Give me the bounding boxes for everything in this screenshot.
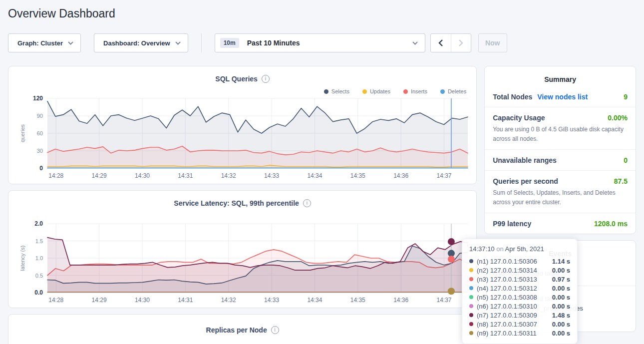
tooltip-time: 14:37:10 — [469, 245, 495, 253]
time-range-picker[interactable]: 10m Past 10 Minutes — [215, 33, 425, 52]
time-step-forward-button[interactable] — [451, 34, 471, 52]
page-title: Overview Dashboard — [8, 7, 644, 20]
summary-row: Queries per second87.5Sum of Selects, Up… — [485, 170, 636, 213]
tooltip-node-label: (n8) 127.0.0.1:50307 — [477, 321, 537, 328]
legend-item-inserts[interactable]: Inserts — [403, 88, 427, 94]
summary-metric-label: Queries per second — [493, 177, 558, 185]
svg-text:14:35: 14:35 — [350, 297, 365, 304]
chevron-down-icon — [68, 41, 73, 45]
sql-queries-legend: SelectsUpdatesInsertsDeletes — [324, 88, 466, 94]
svg-text:14:32: 14:32 — [221, 172, 236, 179]
view-nodes-list-link[interactable]: View nodes list — [537, 93, 588, 101]
now-button[interactable]: Now — [478, 33, 507, 52]
service-latency-chart[interactable]: 0.00.51.01.52.0latency (s)14:2814:2914:3… — [16, 221, 473, 306]
svg-text:14:37: 14:37 — [436, 297, 451, 304]
svg-text:0.0: 0.0 — [34, 289, 43, 296]
svg-text:14:28: 14:28 — [48, 297, 63, 304]
node-series-dot-icon — [469, 259, 473, 263]
node-series-dot-icon — [469, 322, 473, 326]
summary-row: Capacity Usage0.00%You are using 0 B of … — [485, 107, 636, 149]
updates-series-dot-icon — [362, 89, 367, 94]
tooltip-node-value: 0.00 s — [552, 294, 570, 301]
svg-text:0.5: 0.5 — [35, 273, 43, 279]
summary-metric-value: 9 — [624, 93, 628, 101]
summary-metric-label: Total Nodes — [493, 93, 532, 101]
tooltip-node-row: (n6) 127.0.0.1:503100.00 s — [469, 302, 570, 311]
tooltip-node-label: (n4) 127.0.0.1:50312 — [477, 285, 537, 292]
node-series-dot-icon — [469, 295, 473, 299]
svg-text:120: 120 — [33, 95, 43, 102]
dashboard-select-dropdown[interactable]: Dashboard: Overview — [94, 33, 188, 52]
tooltip-on-word: on — [496, 245, 503, 253]
sql-queries-chart[interactable]: 0306090120queries14:2814:2914:3014:3114:… — [16, 95, 473, 181]
svg-text:14:31: 14:31 — [178, 172, 193, 179]
info-icon[interactable]: i — [303, 199, 311, 207]
selects-series-dot-icon — [324, 89, 328, 94]
node-series-dot-icon — [469, 313, 473, 317]
node-series-dot-icon — [469, 331, 473, 335]
summary-metric-value: 0.00% — [608, 114, 628, 122]
tooltip-node-value: 1.14 s — [552, 258, 570, 265]
replicas-per-node-chart-panel: Replicas per Node i — [8, 314, 477, 344]
summary-rows: Total NodesView nodes list9Capacity Usag… — [485, 86, 636, 234]
node-series-dot-icon — [469, 277, 473, 281]
svg-text:14:35: 14:35 — [350, 172, 365, 179]
legend-item-selects[interactable]: Selects — [324, 88, 349, 94]
legend-label: Selects — [331, 88, 349, 94]
summary-metric-description: Sum of Selects, Updates, Inserts, and De… — [493, 188, 628, 207]
svg-text:90: 90 — [37, 113, 43, 119]
tooltip-node-label: (n1) 127.0.0.1:50306 — [477, 258, 537, 265]
info-icon[interactable]: i — [271, 326, 279, 334]
tooltip-node-value: 0.97 s — [552, 276, 570, 283]
svg-text:14:34: 14:34 — [307, 172, 322, 179]
summary-metric-value: 0 — [624, 156, 628, 164]
tooltip-node-row: (n3) 127.0.0.1:503130.97 s — [469, 275, 570, 284]
legend-label: Deletes — [448, 88, 466, 94]
svg-text:2.0: 2.0 — [34, 221, 43, 227]
svg-text:14:33: 14:33 — [264, 297, 279, 304]
graph-scope-label: Graph: Cluster — [17, 39, 63, 47]
time-step-back-button[interactable] — [431, 34, 451, 52]
svg-text:0: 0 — [39, 165, 43, 172]
tooltip-node-value: 0.00 s — [552, 267, 570, 274]
overview-dashboard-page: Overview Dashboard Graph: Cluster Dashbo… — [0, 7, 644, 344]
legend-label: Inserts — [411, 88, 427, 94]
service-latency-chart-panel: Service Latency: SQL, 99th percentile i … — [8, 190, 477, 308]
node-series-dot-icon — [469, 304, 473, 308]
summary-metric-label: Unavailable ranges — [493, 156, 557, 164]
summary-title: Summary — [485, 66, 636, 86]
legend-label: Updates — [370, 88, 390, 94]
chart-tooltip: 14:37:10 on Apr 5th, 2021 (n1) 127.0.0.1… — [462, 239, 578, 344]
svg-text:14:29: 14:29 — [92, 297, 107, 304]
svg-text:14:33: 14:33 — [264, 172, 279, 179]
replicas-chart-title: Replicas per Node — [206, 326, 267, 334]
svg-text:queries: queries — [19, 124, 25, 142]
sql-queries-chart-panel: SQL Queries i SelectsUpdatesInsertsDelet… — [8, 66, 477, 184]
charts-column: SQL Queries i SelectsUpdatesInsertsDelet… — [8, 66, 477, 344]
chevron-left-icon — [438, 39, 443, 46]
tooltip-node-row: (n7) 127.0.0.1:503091.48 s — [469, 311, 570, 320]
summary-metric-label: Capacity Usage — [493, 114, 545, 122]
svg-text:60: 60 — [37, 130, 43, 136]
svg-text:14:29: 14:29 — [92, 172, 107, 179]
info-icon[interactable]: i — [262, 75, 270, 83]
tooltip-node-value: 1.48 s — [552, 312, 570, 319]
chevron-right-icon — [459, 39, 463, 46]
tooltip-node-row: (n9) 127.0.0.1:503110.00 s — [469, 329, 570, 338]
svg-text:14:36: 14:36 — [393, 297, 408, 304]
tooltip-node-row: (n8) 127.0.0.1:503070.00 s — [469, 320, 570, 329]
legend-item-updates[interactable]: Updates — [362, 88, 390, 94]
chevron-down-icon — [175, 41, 181, 45]
svg-text:1.5: 1.5 — [35, 238, 43, 244]
summary-row-line: Unavailable ranges0 — [493, 156, 628, 164]
svg-text:latency (s): latency (s) — [19, 246, 25, 271]
deletes-series-dot-icon — [440, 89, 445, 94]
graph-scope-dropdown[interactable]: Graph: Cluster — [8, 33, 81, 52]
legend-item-deletes[interactable]: Deletes — [440, 88, 466, 94]
tooltip-node-label: (n2) 127.0.0.1:50314 — [477, 267, 537, 274]
summary-panel: Summary Total NodesView nodes list9Capac… — [484, 66, 636, 234]
time-range-badge: 10m — [220, 38, 239, 48]
tooltip-date: Apr 5th, 2021 — [505, 245, 544, 253]
summary-row-line: Queries per second87.5 — [493, 177, 628, 185]
time-step-buttons — [430, 33, 471, 52]
